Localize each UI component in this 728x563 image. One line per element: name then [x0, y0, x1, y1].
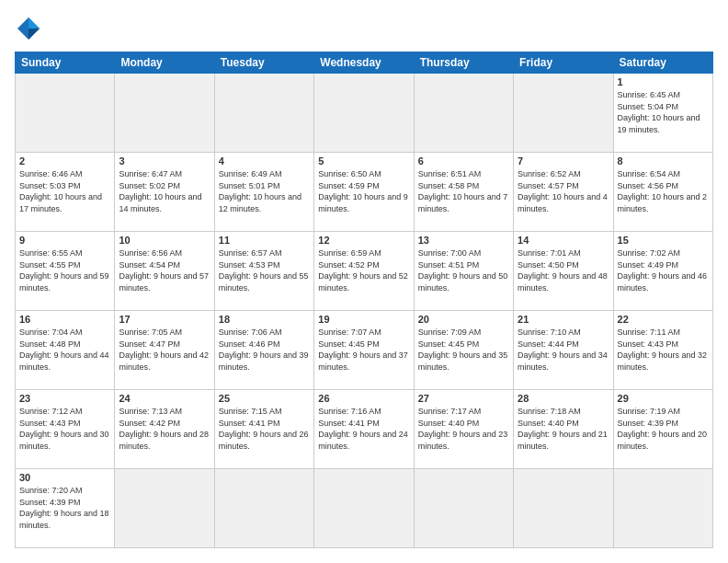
- calendar-header-friday: Friday: [514, 52, 613, 74]
- day-number: 28: [518, 393, 609, 404]
- calendar-cell: 6Sunrise: 6:51 AMSunset: 4:58 PMDaylight…: [414, 153, 513, 232]
- calendar-table: SundayMondayTuesdayWednesdayThursdayFrid…: [15, 52, 713, 548]
- calendar-header-saturday: Saturday: [613, 52, 712, 74]
- calendar-header-sunday: Sunday: [16, 52, 115, 74]
- day-info: Sunrise: 7:13 AMSunset: 4:42 PMDaylight:…: [119, 406, 210, 452]
- calendar-header-row: SundayMondayTuesdayWednesdayThursdayFrid…: [16, 52, 713, 74]
- day-info: Sunrise: 7:11 AMSunset: 4:43 PMDaylight:…: [618, 327, 709, 373]
- calendar-cell: 23Sunrise: 7:12 AMSunset: 4:43 PMDayligh…: [16, 390, 115, 469]
- calendar-cell: 15Sunrise: 7:02 AMSunset: 4:49 PMDayligh…: [613, 232, 712, 311]
- calendar-header-thursday: Thursday: [414, 52, 513, 74]
- calendar-cell: 2Sunrise: 6:46 AMSunset: 5:03 PMDaylight…: [16, 153, 115, 232]
- day-number: 24: [119, 393, 210, 404]
- calendar-cell: 9Sunrise: 6:55 AMSunset: 4:55 PMDaylight…: [16, 232, 115, 311]
- day-number: 30: [19, 472, 110, 483]
- calendar-cell: [414, 469, 513, 548]
- header: [15, 15, 713, 42]
- day-number: 2: [19, 155, 110, 167]
- calendar-header-monday: Monday: [115, 52, 214, 74]
- day-number: 15: [618, 235, 709, 246]
- day-number: 12: [318, 235, 409, 246]
- calendar-cell: [613, 469, 712, 548]
- calendar-cell: 16Sunrise: 7:04 AMSunset: 4:48 PMDayligh…: [16, 311, 115, 390]
- day-number: 5: [318, 155, 409, 167]
- calendar-cell: 20Sunrise: 7:09 AMSunset: 4:45 PMDayligh…: [414, 311, 513, 390]
- calendar-cell: 30Sunrise: 7:20 AMSunset: 4:39 PMDayligh…: [16, 469, 115, 548]
- day-info: Sunrise: 7:20 AMSunset: 4:39 PMDaylight:…: [19, 485, 110, 531]
- week-row-4: 16Sunrise: 7:04 AMSunset: 4:48 PMDayligh…: [16, 311, 713, 390]
- calendar-cell: 19Sunrise: 7:07 AMSunset: 4:45 PMDayligh…: [314, 311, 414, 390]
- day-number: 7: [518, 155, 609, 167]
- generalblue-icon: [15, 15, 42, 42]
- day-info: Sunrise: 6:56 AMSunset: 4:54 PMDaylight:…: [119, 247, 210, 293]
- day-number: 22: [618, 314, 709, 325]
- day-info: Sunrise: 7:09 AMSunset: 4:45 PMDaylight:…: [418, 327, 509, 373]
- day-info: Sunrise: 6:46 AMSunset: 5:03 PMDaylight:…: [19, 168, 110, 214]
- calendar-cell: 18Sunrise: 7:06 AMSunset: 4:46 PMDayligh…: [214, 311, 313, 390]
- calendar-cell: 24Sunrise: 7:13 AMSunset: 4:42 PMDayligh…: [115, 390, 214, 469]
- calendar-cell: 22Sunrise: 7:11 AMSunset: 4:43 PMDayligh…: [613, 311, 712, 390]
- calendar-cell: 14Sunrise: 7:01 AMSunset: 4:50 PMDayligh…: [514, 232, 613, 311]
- day-info: Sunrise: 6:50 AMSunset: 4:59 PMDaylight:…: [318, 168, 409, 214]
- week-row-6: 30Sunrise: 7:20 AMSunset: 4:39 PMDayligh…: [16, 469, 713, 548]
- day-number: 10: [119, 235, 210, 246]
- logo: [15, 15, 46, 42]
- calendar-cell: 25Sunrise: 7:15 AMSunset: 4:41 PMDayligh…: [214, 390, 313, 469]
- calendar-cell: [314, 469, 414, 548]
- page: SundayMondayTuesdayWednesdayThursdayFrid…: [0, 0, 728, 563]
- week-row-1: 1Sunrise: 6:45 AMSunset: 5:04 PMDaylight…: [16, 74, 713, 153]
- calendar-cell: 10Sunrise: 6:56 AMSunset: 4:54 PMDayligh…: [115, 232, 214, 311]
- day-info: Sunrise: 7:01 AMSunset: 4:50 PMDaylight:…: [518, 247, 609, 293]
- calendar-cell: [115, 74, 214, 153]
- calendar-header-tuesday: Tuesday: [214, 52, 313, 74]
- day-number: 27: [418, 393, 509, 404]
- day-info: Sunrise: 7:12 AMSunset: 4:43 PMDaylight:…: [19, 406, 110, 452]
- calendar-cell: 21Sunrise: 7:10 AMSunset: 4:44 PMDayligh…: [514, 311, 613, 390]
- day-number: 26: [318, 393, 409, 404]
- day-number: 8: [618, 155, 709, 167]
- day-info: Sunrise: 7:19 AMSunset: 4:39 PMDaylight:…: [618, 406, 709, 452]
- calendar-header-wednesday: Wednesday: [314, 52, 414, 74]
- day-info: Sunrise: 7:06 AMSunset: 4:46 PMDaylight:…: [219, 327, 310, 373]
- day-number: 21: [518, 314, 609, 325]
- day-info: Sunrise: 7:16 AMSunset: 4:41 PMDaylight:…: [318, 406, 409, 452]
- day-number: 16: [19, 314, 110, 325]
- day-info: Sunrise: 7:04 AMSunset: 4:48 PMDaylight:…: [19, 327, 110, 373]
- calendar-cell: 13Sunrise: 7:00 AMSunset: 4:51 PMDayligh…: [414, 232, 513, 311]
- day-number: 23: [19, 393, 110, 404]
- calendar-cell: [514, 469, 613, 548]
- calendar-cell: 7Sunrise: 6:52 AMSunset: 4:57 PMDaylight…: [514, 153, 613, 232]
- day-info: Sunrise: 6:49 AMSunset: 5:01 PMDaylight:…: [219, 168, 310, 214]
- calendar-cell: 11Sunrise: 6:57 AMSunset: 4:53 PMDayligh…: [214, 232, 313, 311]
- week-row-5: 23Sunrise: 7:12 AMSunset: 4:43 PMDayligh…: [16, 390, 713, 469]
- svg-marker-1: [28, 17, 40, 29]
- calendar-cell: 3Sunrise: 6:47 AMSunset: 5:02 PMDaylight…: [115, 153, 214, 232]
- day-number: 14: [518, 235, 609, 246]
- day-number: 11: [219, 235, 310, 246]
- calendar-cell: [214, 469, 313, 548]
- day-info: Sunrise: 7:07 AMSunset: 4:45 PMDaylight:…: [318, 327, 409, 373]
- day-number: 20: [418, 314, 509, 325]
- day-number: 18: [219, 314, 310, 325]
- day-info: Sunrise: 6:45 AMSunset: 5:04 PMDaylight:…: [618, 89, 709, 135]
- day-number: 17: [119, 314, 210, 325]
- day-info: Sunrise: 6:54 AMSunset: 4:56 PMDaylight:…: [618, 168, 709, 214]
- svg-marker-2: [28, 29, 40, 40]
- calendar-cell: 8Sunrise: 6:54 AMSunset: 4:56 PMDaylight…: [613, 153, 712, 232]
- day-number: 3: [119, 155, 210, 167]
- day-number: 29: [618, 393, 709, 404]
- day-info: Sunrise: 7:05 AMSunset: 4:47 PMDaylight:…: [119, 327, 210, 373]
- day-number: 19: [318, 314, 409, 325]
- calendar-cell: [115, 469, 214, 548]
- calendar-cell: 1Sunrise: 6:45 AMSunset: 5:04 PMDaylight…: [613, 74, 712, 153]
- day-info: Sunrise: 6:47 AMSunset: 5:02 PMDaylight:…: [119, 168, 210, 214]
- calendar-cell: 27Sunrise: 7:17 AMSunset: 4:40 PMDayligh…: [414, 390, 513, 469]
- calendar-cell: [214, 74, 313, 153]
- calendar-cell: [314, 74, 414, 153]
- calendar-cell: [414, 74, 513, 153]
- day-info: Sunrise: 7:02 AMSunset: 4:49 PMDaylight:…: [618, 247, 709, 293]
- calendar-cell: 12Sunrise: 6:59 AMSunset: 4:52 PMDayligh…: [314, 232, 414, 311]
- day-info: Sunrise: 6:51 AMSunset: 4:58 PMDaylight:…: [418, 168, 509, 214]
- day-number: 25: [219, 393, 310, 404]
- day-info: Sunrise: 6:59 AMSunset: 4:52 PMDaylight:…: [318, 247, 409, 293]
